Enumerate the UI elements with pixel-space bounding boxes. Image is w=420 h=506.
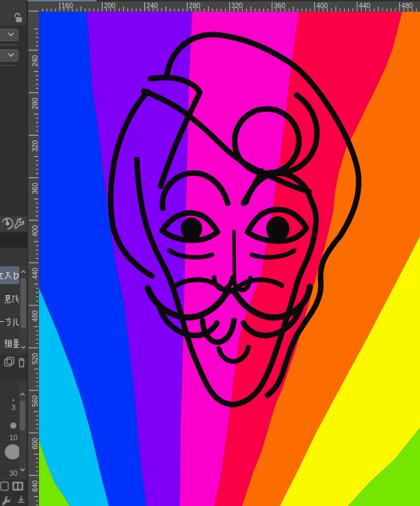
svg-text:240: 240 xyxy=(31,55,39,66)
svg-text:360: 360 xyxy=(31,182,39,194)
svg-text:400: 400 xyxy=(31,225,39,237)
svg-text:400: 400 xyxy=(316,2,328,10)
svg-text:440: 440 xyxy=(359,2,371,10)
svg-text:160: 160 xyxy=(62,2,73,10)
svg-text:320: 320 xyxy=(31,140,39,151)
svg-text:520: 520 xyxy=(31,353,39,364)
svg-text:560: 560 xyxy=(31,395,39,407)
svg-text:280: 280 xyxy=(31,97,39,109)
svg-text:480: 480 xyxy=(402,2,413,10)
svg-text:360: 360 xyxy=(274,2,285,10)
svg-text:440: 440 xyxy=(31,268,39,279)
svg-text:600: 600 xyxy=(31,438,39,449)
svg-text:640: 640 xyxy=(31,480,39,492)
svg-text:320: 320 xyxy=(231,2,243,10)
svg-text:280: 280 xyxy=(189,2,200,10)
svg-text:240: 240 xyxy=(146,2,158,10)
svg-text:480: 480 xyxy=(31,310,39,322)
svg-text:200: 200 xyxy=(104,2,116,10)
